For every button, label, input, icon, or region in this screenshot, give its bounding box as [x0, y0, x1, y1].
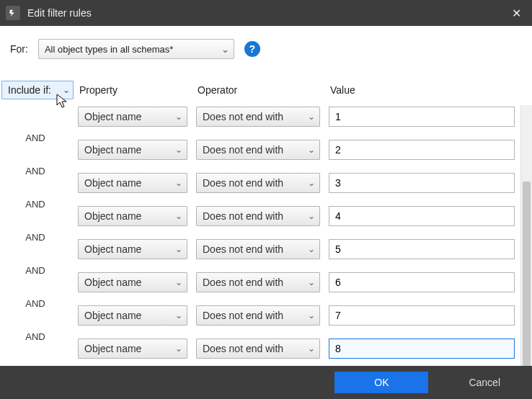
- chevron-down-icon: ⌄: [175, 145, 182, 155]
- chevron-down-icon: ⌄: [308, 344, 315, 354]
- for-scope-value: All object types in all schemas*: [45, 44, 173, 55]
- property-value: Object name: [84, 310, 141, 321]
- operator-select[interactable]: Does not end with⌄: [196, 339, 320, 359]
- property-value: Object name: [84, 177, 141, 189]
- and-join-label: AND: [0, 290, 78, 309]
- chevron-down-icon: ⌄: [308, 244, 315, 254]
- chevron-down-icon: ⌄: [308, 178, 315, 188]
- value-input[interactable]: [329, 239, 515, 259]
- operator-value: Does not end with: [203, 210, 283, 222]
- rule-row: ANDObject name⌄Does not end with⌄: [0, 167, 532, 200]
- value-input[interactable]: [329, 107, 515, 127]
- scope-row: For: All object types in all schemas* ⌄ …: [0, 26, 532, 63]
- property-value: Object name: [84, 144, 141, 156]
- chevron-down-icon: ⌄: [175, 112, 182, 122]
- operator-select[interactable]: Does not end with⌄: [196, 140, 320, 160]
- value-input[interactable]: [329, 305, 515, 326]
- include-cell: Include if: ⌄: [0, 81, 78, 99]
- operator-select[interactable]: Does not end with⌄: [196, 206, 320, 226]
- operator-value: Does not end with: [203, 310, 283, 321]
- rules-header-row: Include if: ⌄ Property Operator Value: [0, 79, 532, 101]
- property-value: Object name: [84, 343, 141, 354]
- operator-select[interactable]: Does not end with⌄: [196, 107, 320, 127]
- chevron-down-icon: ⌄: [308, 112, 315, 122]
- dialog-footer: OK Cancel: [0, 366, 532, 399]
- property-select[interactable]: Object name⌄: [78, 272, 187, 292]
- help-button[interactable]: ?: [244, 41, 260, 57]
- operator-value: Does not end with: [203, 111, 283, 122]
- chevron-down-icon: ⌄: [221, 44, 229, 55]
- rule-row: ANDObject name⌄Does not end with⌄: [0, 333, 532, 366]
- operator-select[interactable]: Does not end with⌄: [196, 272, 320, 292]
- operator-select[interactable]: Does not end with⌄: [196, 305, 320, 326]
- chevron-down-icon: ⌄: [308, 211, 315, 221]
- rule-row: Object name⌄Does not end with⌄: [0, 101, 532, 134]
- and-join-label: AND: [0, 157, 78, 176]
- operator-header: Operator: [196, 84, 329, 96]
- and-join-label: [0, 107, 78, 115]
- and-join-label: AND: [0, 256, 78, 276]
- cancel-button[interactable]: Cancel: [461, 372, 507, 393]
- operator-value: Does not end with: [203, 277, 283, 288]
- dialog-title: Edit filter rules: [27, 7, 506, 19]
- property-select[interactable]: Object name⌄: [78, 239, 187, 259]
- rules-body: Object name⌄Does not end with⌄ANDObject …: [0, 101, 532, 366]
- value-header: Value: [329, 84, 515, 96]
- chevron-down-icon: ⌄: [175, 178, 182, 188]
- chevron-down-icon: ⌄: [175, 277, 182, 287]
- chevron-down-icon: ⌄: [175, 211, 182, 221]
- and-join-label: AND: [0, 223, 78, 243]
- app-logo-icon: [8, 8, 18, 18]
- rule-row: ANDObject name⌄Does not end with⌄: [0, 200, 532, 233]
- scrollbar[interactable]: [520, 105, 532, 372]
- chevron-down-icon: ⌄: [308, 145, 315, 155]
- property-select[interactable]: Object name⌄: [78, 107, 187, 127]
- and-join-label: AND: [0, 323, 78, 342]
- property-value: Object name: [84, 243, 141, 255]
- and-join-label: AND: [0, 124, 78, 143]
- chevron-down-icon: ⌄: [175, 310, 182, 320]
- property-value: Object name: [84, 210, 141, 222]
- title-bar: Edit filter rules ✕: [0, 0, 532, 26]
- include-mode-label: Include if:: [8, 84, 51, 96]
- chevron-down-icon: ⌄: [175, 344, 182, 354]
- value-input[interactable]: [329, 173, 515, 193]
- operator-select[interactable]: Does not end with⌄: [196, 173, 320, 193]
- chevron-down-icon: ⌄: [308, 310, 315, 320]
- value-input[interactable]: [329, 339, 515, 359]
- for-scope-select[interactable]: All object types in all schemas* ⌄: [38, 39, 234, 59]
- window-close-button[interactable]: ✕: [506, 3, 526, 23]
- chevron-down-icon: ⌄: [63, 85, 70, 95]
- property-select[interactable]: Object name⌄: [78, 206, 187, 226]
- chevron-down-icon: ⌄: [175, 244, 182, 254]
- rule-row: ANDObject name⌄Does not end with⌄: [0, 300, 532, 333]
- rules-area: Include if: ⌄ Property Operator Value Ob…: [0, 79, 532, 372]
- rule-row: ANDObject name⌄Does not end with⌄: [0, 233, 532, 266]
- operator-value: Does not end with: [203, 144, 283, 156]
- for-label: For:: [10, 43, 28, 55]
- include-mode-select[interactable]: Include if: ⌄: [1, 81, 74, 99]
- rule-row: ANDObject name⌄Does not end with⌄: [0, 134, 532, 167]
- and-join-label: AND: [0, 190, 78, 210]
- operator-select[interactable]: Does not end with⌄: [196, 239, 320, 259]
- property-select[interactable]: Object name⌄: [78, 339, 187, 359]
- property-select[interactable]: Object name⌄: [78, 140, 187, 160]
- app-icon: [6, 6, 20, 20]
- property-value: Object name: [84, 111, 141, 122]
- rule-row: ANDObject name⌄Does not end with⌄: [0, 266, 532, 300]
- value-input[interactable]: [329, 206, 515, 226]
- property-select[interactable]: Object name⌄: [78, 173, 187, 193]
- value-input[interactable]: [329, 272, 515, 292]
- property-value: Object name: [84, 277, 141, 288]
- property-select[interactable]: Object name⌄: [78, 305, 187, 326]
- property-header: Property: [78, 84, 196, 96]
- chevron-down-icon: ⌄: [308, 277, 315, 287]
- operator-value: Does not end with: [203, 177, 283, 189]
- close-icon: ✕: [512, 6, 521, 20]
- scrollbar-thumb[interactable]: [523, 181, 531, 372]
- help-icon: ?: [249, 43, 256, 55]
- ok-button[interactable]: OK: [334, 372, 428, 393]
- operator-value: Does not end with: [203, 243, 283, 255]
- operator-value: Does not end with: [203, 343, 283, 354]
- value-input[interactable]: [329, 140, 515, 160]
